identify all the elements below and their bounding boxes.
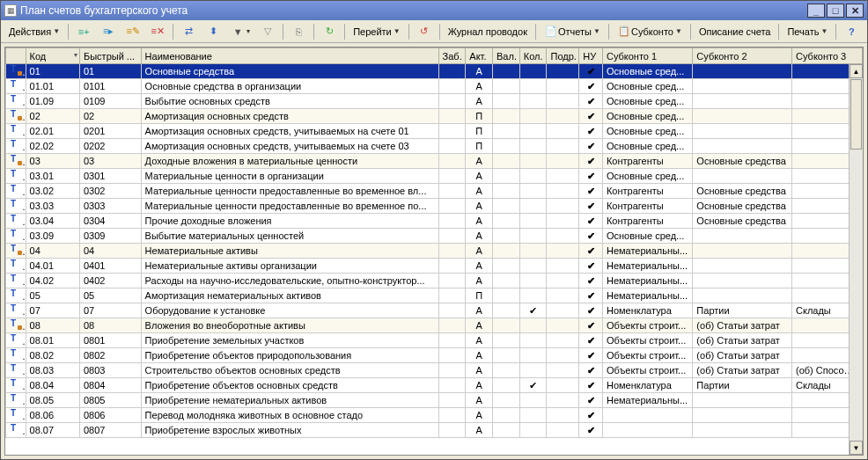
- row-icon: [10, 80, 22, 91]
- print-menu[interactable]: Печать▼: [783, 23, 832, 40]
- col-icon[interactable]: [6, 48, 26, 64]
- col-zab[interactable]: Заб.: [438, 48, 466, 64]
- table-row[interactable]: 01.010101Основные средства в организации…: [6, 79, 863, 94]
- add-group-button[interactable]: ≡▸: [97, 23, 120, 40]
- row-icon: [10, 155, 22, 165]
- check-icon: ✔: [587, 410, 595, 420]
- help-button[interactable]: ?: [840, 23, 863, 40]
- table-row[interactable]: 03.030303Материальные ценности предостав…: [6, 199, 863, 214]
- table-row[interactable]: 0303Доходные вложения в материальные цен…: [6, 154, 863, 169]
- check-icon: ✔: [587, 335, 595, 346]
- check-icon: ✔: [587, 201, 595, 211]
- description-button[interactable]: Описание счета: [695, 23, 776, 40]
- table-row[interactable]: 08.020802Приобретение объектов природопо…: [6, 348, 863, 363]
- maximize-button[interactable]: □: [827, 4, 844, 18]
- vertical-scrollbar[interactable]: ▲ ▼: [849, 64, 863, 455]
- close-button[interactable]: ✕: [846, 4, 864, 18]
- check-icon: ✔: [587, 66, 595, 77]
- row-icon: [10, 394, 22, 405]
- delete-button[interactable]: ≡✕: [146, 23, 169, 40]
- row-icon: [10, 334, 22, 345]
- scroll-thumb[interactable]: [850, 79, 862, 150]
- subconto-icon: 📋: [617, 25, 631, 39]
- row-icon: [10, 349, 22, 360]
- check-icon: ✔: [587, 111, 595, 121]
- scroll-down-button[interactable]: ▼: [850, 441, 863, 455]
- table-row[interactable]: 08.060806Перевод молодняка животных в ос…: [6, 408, 863, 423]
- check-icon: ✔: [587, 320, 595, 331]
- titlebar: ▦ План счетов бухгалтерского учета _ □ ✕: [1, 1, 867, 20]
- table-row[interactable]: 0404Нематериальные активыА✔Нематериальны…: [6, 244, 863, 259]
- table-row[interactable]: 0101Основные средстваА✔Основные сред...: [6, 64, 863, 79]
- check-icon: ✔: [587, 245, 595, 256]
- grid: Код▾ Быстрый ... Наименование Заб. Акт. …: [4, 47, 864, 456]
- row-icon: [10, 364, 22, 375]
- row-icon: [10, 125, 22, 135]
- table-row[interactable]: 04.020402Расходы на научно-исследователь…: [6, 274, 863, 288]
- app-icon: ▦: [4, 4, 17, 17]
- col-nu[interactable]: НУ: [579, 48, 603, 64]
- col-s2[interactable]: Субконто 2: [693, 48, 792, 64]
- check-icon: ✔: [587, 395, 595, 405]
- table-row[interactable]: 04.010401Нематериальные активы организац…: [6, 259, 863, 274]
- row-icon: [10, 274, 22, 285]
- table-row[interactable]: 0808Вложения во внеоборотные активыА✔Объ…: [6, 318, 863, 333]
- goto-menu[interactable]: Перейти▼: [349, 23, 405, 40]
- help-icon: ?: [844, 25, 858, 39]
- check-icon: ✔: [587, 290, 595, 301]
- actions-menu[interactable]: Действия▼: [4, 23, 64, 40]
- check-icon: ✔: [587, 275, 595, 286]
- copy-icon: ⎘: [291, 25, 305, 39]
- minimize-button[interactable]: _: [807, 4, 825, 18]
- col-name[interactable]: Наименование: [141, 48, 438, 64]
- table-row[interactable]: 08.010801Приобретение земельных участков…: [6, 333, 863, 348]
- col-s1[interactable]: Субконто 1: [602, 48, 692, 64]
- col-code[interactable]: Код▾: [26, 48, 79, 64]
- table-row[interactable]: 08.030803Строительство объектов основных…: [6, 363, 863, 378]
- table-row[interactable]: 01.090109Выбытие основных средствА✔Основ…: [6, 94, 863, 109]
- refresh2-icon: ↺: [417, 25, 431, 39]
- add-icon: ≡+: [77, 25, 91, 39]
- report-icon: 📄: [544, 25, 558, 39]
- table-row[interactable]: 0202Амортизация основных средствП✔Основн…: [6, 109, 863, 124]
- scroll-up-button[interactable]: ▲: [850, 64, 863, 78]
- row-icon: [10, 319, 22, 330]
- col-act[interactable]: Акт.: [466, 48, 493, 64]
- table-row[interactable]: 08.050805Приобретение нематериальных акт…: [6, 393, 863, 408]
- col-kol[interactable]: Кол.: [519, 48, 547, 64]
- table-row[interactable]: 08.040804Приобретение объектов основных …: [6, 378, 863, 393]
- refresh2-button[interactable]: ↺: [413, 23, 436, 40]
- check-icon: ✔: [587, 141, 595, 151]
- table-row[interactable]: 0707Оборудование к установкеА✔✔Номенклат…: [6, 303, 863, 318]
- table-row[interactable]: 03.010301Материальные ценности в организ…: [6, 169, 863, 184]
- check-icon: ✔: [587, 81, 595, 91]
- move-button[interactable]: ⇄: [177, 23, 200, 40]
- clear-filter-button[interactable]: ▽: [256, 23, 279, 40]
- filter-button[interactable]: ▼▾: [226, 23, 254, 40]
- table-row[interactable]: 03.090309Выбытие материальных ценностейА…: [6, 229, 863, 244]
- hierarchy-button[interactable]: ⬍: [202, 23, 224, 40]
- copy-button[interactable]: ⎘: [287, 23, 310, 40]
- check-icon: ✔: [587, 380, 595, 391]
- table-row[interactable]: 02.020202Амортизация основных средств, у…: [6, 139, 863, 154]
- row-icon: [10, 65, 22, 76]
- accounts-table[interactable]: Код▾ Быстрый ... Наименование Заб. Акт. …: [5, 47, 863, 438]
- check-icon: ✔: [587, 156, 595, 166]
- refresh-button[interactable]: ↻: [318, 23, 341, 40]
- col-fast[interactable]: Быстрый ...: [79, 48, 141, 64]
- edit-button[interactable]: ≡✎: [121, 23, 144, 40]
- add-button[interactable]: ≡+: [72, 23, 95, 40]
- col-val[interactable]: Вал.: [493, 48, 520, 64]
- row-icon: [10, 259, 22, 270]
- table-row[interactable]: 08.070807Приобретение взрослых животныхА…: [6, 423, 863, 438]
- table-row[interactable]: 03.040304Прочие доходные вложенияА✔Контр…: [6, 214, 863, 229]
- subconto-menu[interactable]: 📋Субконто▼: [613, 23, 687, 40]
- journal-button[interactable]: Журнал проводок: [444, 23, 532, 40]
- col-podr[interactable]: Подр.: [547, 48, 579, 64]
- col-s3[interactable]: Субконто 3: [792, 48, 863, 64]
- row-icon: [10, 230, 22, 240]
- table-row[interactable]: 0505Амортизация нематериальных активовП✔…: [6, 288, 863, 303]
- table-row[interactable]: 03.020302Материальные ценности предостав…: [6, 184, 863, 199]
- reports-menu[interactable]: 📄Отчеты▼: [540, 23, 605, 40]
- table-row[interactable]: 02.010201Амортизация основных средств, у…: [6, 124, 863, 139]
